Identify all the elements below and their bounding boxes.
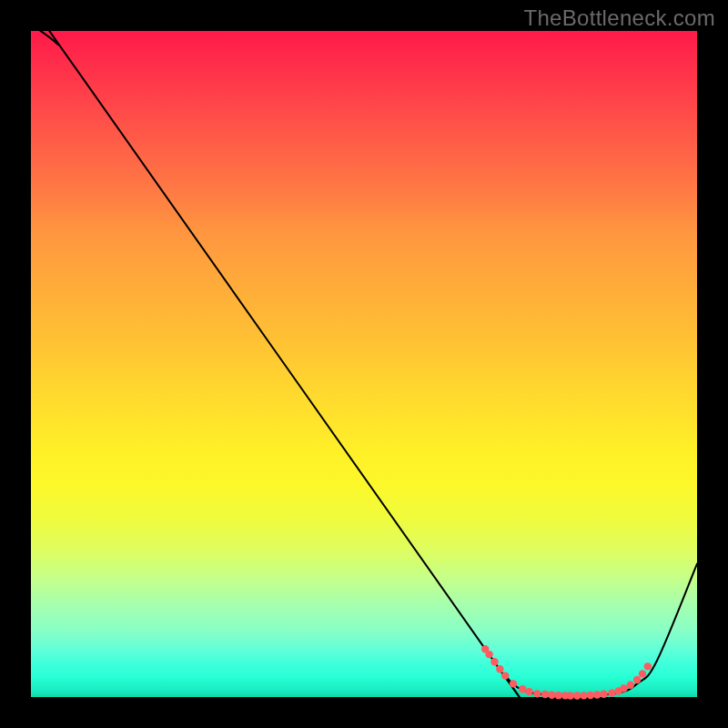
data-point-dot xyxy=(496,665,503,672)
data-point-dot xyxy=(644,662,652,670)
data-point-dot xyxy=(541,691,549,698)
data-point-dot xyxy=(600,691,607,698)
data-point-dot xyxy=(567,692,574,699)
data-point-dot xyxy=(519,685,526,693)
data-point-dot xyxy=(490,658,498,665)
gradient-plot-background xyxy=(31,31,697,697)
data-point-dot xyxy=(533,690,541,697)
data-point-dot xyxy=(573,692,581,699)
data-point-dot xyxy=(525,688,532,695)
data-point-dot xyxy=(627,682,634,689)
data-point-dot xyxy=(639,670,646,677)
bottleneck-curve-line xyxy=(31,17,697,702)
data-point-dot xyxy=(555,692,562,699)
data-point-dot xyxy=(510,680,517,687)
data-point-dot xyxy=(593,691,601,698)
watermark-text: TheBottleneck.com xyxy=(523,5,715,31)
bottleneck-dots-group xyxy=(481,645,652,700)
data-point-dot xyxy=(608,689,615,696)
data-point-dot xyxy=(548,692,555,699)
data-point-dot xyxy=(485,651,492,658)
data-point-dot xyxy=(587,692,594,699)
chart-svg xyxy=(31,31,697,697)
data-point-dot xyxy=(620,684,627,692)
data-point-dot xyxy=(633,676,641,683)
data-point-dot xyxy=(501,672,509,679)
data-point-dot xyxy=(580,692,587,699)
